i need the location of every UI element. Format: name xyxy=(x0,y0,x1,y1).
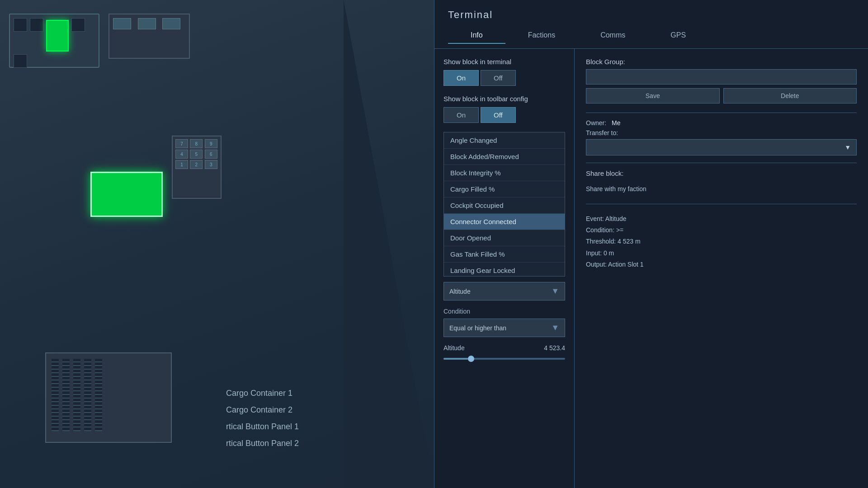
event-info-threshold: Threshold: 4 523 m xyxy=(586,236,857,247)
event-item-landing-gear[interactable]: Landing Gear Locked xyxy=(444,263,565,277)
condition-arrow: ▼ xyxy=(551,323,559,333)
altitude-slider-thumb[interactable] xyxy=(468,356,474,362)
show-block-terminal-off[interactable]: Off xyxy=(481,70,516,86)
delete-button[interactable]: Delete xyxy=(723,88,857,103)
tab-info[interactable]: Info xyxy=(448,28,505,44)
event-item-gas-tank[interactable]: Gas Tank Filled % xyxy=(444,246,565,263)
share-section: Share block: Share with my faction xyxy=(586,169,857,195)
event-info-event: Event: Altitude xyxy=(586,213,857,225)
event-item-block-added[interactable]: Block Added/Removed xyxy=(444,149,565,165)
show-block-terminal-label: Show block in terminal xyxy=(443,58,565,66)
show-block-toolbar-on[interactable]: On xyxy=(443,107,479,123)
altitude-section: Altitude 4 523.4 xyxy=(443,344,565,363)
transfer-to-label: Transfer to: xyxy=(586,129,857,136)
terminal-header: Terminal Info Factions Comms GPS xyxy=(434,0,868,49)
show-block-toolbar-section: Show block in toolbar config On Off xyxy=(443,95,565,123)
terminal-title: Terminal xyxy=(448,9,854,21)
bottom-list-item-3[interactable]: rtical Button Panel 1 xyxy=(226,418,299,435)
event-item-angle-changed[interactable]: Angle Changed xyxy=(444,132,565,149)
show-block-toolbar-toggle: On Off xyxy=(443,107,565,123)
altitude-label: Altitude xyxy=(443,344,465,352)
event-info-output: Output: Action Slot 1 xyxy=(586,259,857,270)
event-dropdown-arrow: ▼ xyxy=(551,286,559,296)
event-info-input: Input: 0 m xyxy=(586,248,857,259)
divider-3 xyxy=(586,204,857,204)
left-panel: Show block in terminal On Off Show block… xyxy=(434,49,575,488)
altitude-slider-container xyxy=(443,354,565,363)
block-group-input[interactable] xyxy=(586,69,857,84)
condition-dropdown[interactable]: Equal or higher than ▼ xyxy=(443,319,565,337)
terminal-tabs: Info Factions Comms GPS xyxy=(448,28,854,44)
show-block-toolbar-label: Show block in toolbar config xyxy=(443,95,565,103)
altitude-slider-fill xyxy=(443,358,468,360)
owner-label: Owner: xyxy=(586,119,606,127)
condition-value: Equal or higher than xyxy=(449,324,506,332)
transfer-dropdown-arrow: ▼ xyxy=(844,144,851,151)
show-block-toolbar-off[interactable]: Off xyxy=(481,107,516,123)
event-dropdown-value: Altitude xyxy=(449,288,471,295)
event-info-condition: Condition: >= xyxy=(586,225,857,236)
bottom-list-item-1[interactable]: Cargo Container 1 xyxy=(226,385,299,402)
event-dropdown-container: Altitude ▼ xyxy=(443,282,565,300)
share-block-label: Share block: xyxy=(586,169,857,177)
event-dropdown[interactable]: Altitude ▼ xyxy=(443,282,565,300)
tab-factions[interactable]: Factions xyxy=(505,28,578,44)
save-button[interactable]: Save xyxy=(586,88,720,103)
event-item-door-opened[interactable]: Door Opened xyxy=(444,230,565,246)
show-block-terminal-section: Show block in terminal On Off xyxy=(443,58,565,86)
terminal-panel: Terminal Info Factions Comms GPS Show bl… xyxy=(434,0,868,488)
event-item-cargo-filled[interactable]: Cargo Filled % xyxy=(444,181,565,197)
event-list: Angle Changed Block Added/Removed Block … xyxy=(443,132,565,277)
show-block-terminal-on[interactable]: On xyxy=(443,70,479,86)
show-block-terminal-toggle: On Off xyxy=(443,70,565,86)
event-item-connector-connected[interactable]: Connector Connected xyxy=(444,214,565,230)
event-item-block-integrity[interactable]: Block Integrity % xyxy=(444,165,565,181)
block-group-label: Block Group: xyxy=(586,58,857,66)
event-item-cockpit-occupied[interactable]: Cockpit Occupied xyxy=(444,197,565,214)
block-group-btn-row: Save Delete xyxy=(586,88,857,103)
transfer-dropdown[interactable]: ▼ xyxy=(586,139,857,155)
altitude-header: Altitude 4 523.4 xyxy=(443,344,565,352)
share-block-value: Share with my faction xyxy=(586,181,857,195)
altitude-slider-track[interactable] xyxy=(443,358,565,360)
divider-1 xyxy=(586,113,857,113)
owner-value: Me xyxy=(612,119,620,127)
bottom-list-item-2[interactable]: Cargo Container 2 xyxy=(226,402,299,418)
right-panel: Block Group: Save Delete Owner: Me Trans… xyxy=(575,49,868,488)
owner-section: Owner: Me Transfer to: ▼ xyxy=(586,119,857,155)
divider-2 xyxy=(586,163,857,163)
condition-section: Condition Equal or higher than ▼ xyxy=(443,308,565,337)
block-group-section: Block Group: Save Delete xyxy=(586,58,857,103)
tab-gps[interactable]: GPS xyxy=(648,28,708,44)
owner-row: Owner: Me xyxy=(586,119,857,127)
bottom-list-item-4[interactable]: rtical Button Panel 2 xyxy=(226,435,299,452)
altitude-value: 4 523.4 xyxy=(544,344,565,352)
terminal-body: Show block in terminal On Off Show block… xyxy=(434,49,868,488)
condition-label: Condition xyxy=(443,308,565,315)
tab-comms[interactable]: Comms xyxy=(578,28,648,44)
game-background: 7 8 9 4 5 6 1 2 3 Cargo Container 1 Carg… xyxy=(0,0,434,488)
event-info-section: Event: Altitude Condition: >= Threshold:… xyxy=(586,213,857,270)
